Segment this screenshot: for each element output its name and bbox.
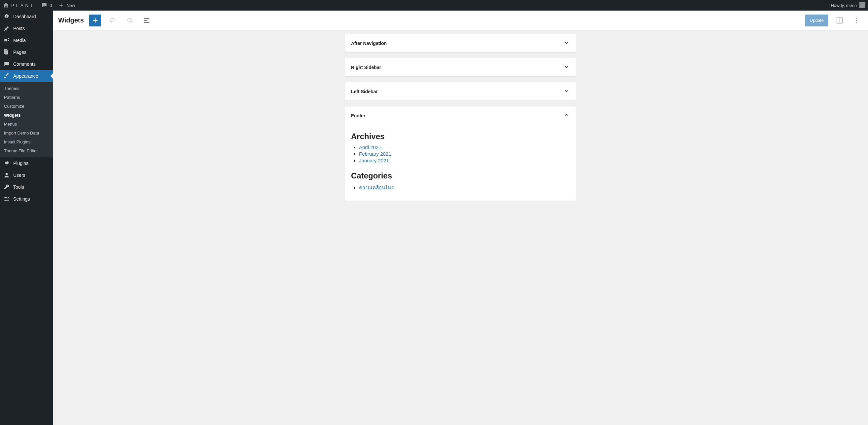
sidebar-item-label: Posts xyxy=(13,26,25,31)
archives-list[interactable]: April 2021 February 2021 January 2021 xyxy=(351,144,570,163)
brush-icon xyxy=(3,73,10,79)
sidebar-item-label: Tools xyxy=(13,185,24,190)
list-item: April 2021 xyxy=(359,144,570,150)
dashboard-icon xyxy=(3,13,10,20)
submenu-item-theme-file-editor[interactable]: Theme File Editor xyxy=(0,146,53,155)
submenu-item-patterns[interactable]: Patterns xyxy=(0,93,53,102)
admin-bar-site[interactable]: PLANT xyxy=(3,2,35,9)
archive-link[interactable]: February 2021 xyxy=(359,151,391,157)
howdy-text: Howdy, menn xyxy=(831,3,857,8)
sidebar-item-users[interactable]: Users xyxy=(0,169,53,181)
submenu-item-customize[interactable]: Customize xyxy=(0,102,53,111)
list-item: ความเคลื่อนไหว xyxy=(359,184,570,192)
sidebar-item-label: Users xyxy=(13,172,26,178)
pages-icon xyxy=(3,49,10,56)
update-button[interactable]: Update xyxy=(805,14,828,27)
sliders-icon xyxy=(3,196,10,202)
add-block-button[interactable] xyxy=(89,14,101,27)
undo-button[interactable] xyxy=(106,14,118,27)
widget-area-title: Right Sidebar xyxy=(351,65,381,70)
sidebar-item-label: Appearance xyxy=(13,73,38,79)
category-link[interactable]: ความเคลื่อนไหว xyxy=(359,185,394,190)
document-overview-button[interactable] xyxy=(141,14,153,27)
comment-icon xyxy=(41,2,48,9)
comments-count: 0 xyxy=(50,3,52,8)
sidebar-item-label: Pages xyxy=(13,50,26,55)
plug-icon xyxy=(3,160,10,167)
site-name: PLANT xyxy=(11,3,35,8)
widget-area-toggle[interactable]: Right Sidebar xyxy=(345,58,576,76)
widget-area-after-navigation: After Navigation xyxy=(345,34,576,53)
admin-bar-comments[interactable]: 0 xyxy=(41,2,52,9)
sidebar-item-plugins[interactable]: Plugins xyxy=(0,157,53,169)
sidebar-item-dashboard[interactable]: Dashboard xyxy=(0,10,53,23)
categories-list[interactable]: ความเคลื่อนไหว xyxy=(351,184,570,192)
submenu-item-import-demo[interactable]: Import Demo Data xyxy=(0,129,53,137)
pin-icon xyxy=(3,25,10,32)
svg-point-3 xyxy=(856,20,857,21)
widget-area-toggle[interactable]: After Navigation xyxy=(345,34,576,52)
chevron-down-icon xyxy=(563,63,570,71)
submenu-item-widgets[interactable]: Widgets xyxy=(0,111,53,120)
widget-area-right-sidebar: Right Sidebar xyxy=(345,58,576,77)
avatar xyxy=(859,2,865,8)
sidebar-item-settings[interactable]: Settings xyxy=(0,193,53,205)
sidebar-item-media[interactable]: Media xyxy=(0,34,53,46)
svg-point-4 xyxy=(856,22,857,23)
submenu-item-themes[interactable]: Themes xyxy=(0,84,53,93)
submenu-item-menus[interactable]: Menus xyxy=(0,120,53,129)
submenu-item-install-plugins[interactable]: Install Plugins xyxy=(0,137,53,146)
sidebar-item-posts[interactable]: Posts xyxy=(0,23,53,34)
admin-sidebar: Dashboard Posts Media Pages Comments App… xyxy=(0,10,53,425)
options-button[interactable] xyxy=(851,14,863,27)
admin-bar-new[interactable]: New xyxy=(58,2,75,9)
chevron-down-icon xyxy=(563,88,570,95)
admin-bar-account[interactable]: Howdy, menn xyxy=(831,2,865,8)
widget-area-footer: Footer Archives April 2021 February 2021… xyxy=(345,106,576,201)
chevron-down-icon xyxy=(563,39,570,47)
user-icon xyxy=(3,172,10,178)
home-icon xyxy=(3,2,9,9)
sidebar-item-label: Comments xyxy=(13,62,36,67)
sidebar-item-label: Media xyxy=(13,38,26,43)
wrench-icon xyxy=(3,184,10,190)
sidebar-submenu: Themes Patterns Customize Widgets Menus … xyxy=(0,82,53,157)
page-title: Widgets xyxy=(58,17,84,24)
archives-heading[interactable]: Archives xyxy=(351,132,570,141)
archive-link[interactable]: January 2021 xyxy=(359,158,389,163)
sidebar-item-tools[interactable]: Tools xyxy=(0,181,53,193)
sidebar-item-label: Dashboard xyxy=(13,14,36,19)
list-item: February 2021 xyxy=(359,151,570,157)
editor-canvas: After Navigation Right Sidebar Left Side… xyxy=(53,30,868,425)
widget-area-title: Left Sidebar xyxy=(351,89,378,94)
svg-rect-0 xyxy=(837,18,842,23)
media-icon xyxy=(3,37,10,44)
list-item: January 2021 xyxy=(359,158,570,163)
plus-icon xyxy=(58,2,64,9)
sidebar-item-appearance[interactable]: Appearance xyxy=(0,70,53,82)
widget-area-title: After Navigation xyxy=(351,41,387,46)
archive-link[interactable]: April 2021 xyxy=(359,144,381,150)
sidebar-item-pages[interactable]: Pages xyxy=(0,46,53,58)
sidebar-item-comments[interactable]: Comments xyxy=(0,58,53,70)
sidebar-item-label: Plugins xyxy=(13,161,28,166)
comment-icon xyxy=(3,61,10,67)
sidebar-item-label: Settings xyxy=(13,196,30,202)
widget-area-left-sidebar: Left Sidebar xyxy=(345,82,576,101)
new-label: New xyxy=(66,3,75,8)
categories-heading[interactable]: Categories xyxy=(351,171,570,181)
redo-button[interactable] xyxy=(124,14,135,27)
editor-content: Widgets Update xyxy=(53,10,868,425)
chevron-up-icon xyxy=(563,112,570,119)
admin-bar: PLANT 0 New Howdy, menn xyxy=(0,0,868,10)
widget-area-title: Footer xyxy=(351,113,366,118)
editor-header: Widgets Update xyxy=(53,10,868,30)
settings-panel-toggle[interactable] xyxy=(834,14,845,27)
widget-area-toggle[interactable]: Left Sidebar xyxy=(345,82,576,100)
svg-point-2 xyxy=(856,18,857,19)
widget-area-toggle[interactable]: Footer xyxy=(345,106,576,125)
widget-area-body: Archives April 2021 February 2021 Januar… xyxy=(345,125,576,201)
